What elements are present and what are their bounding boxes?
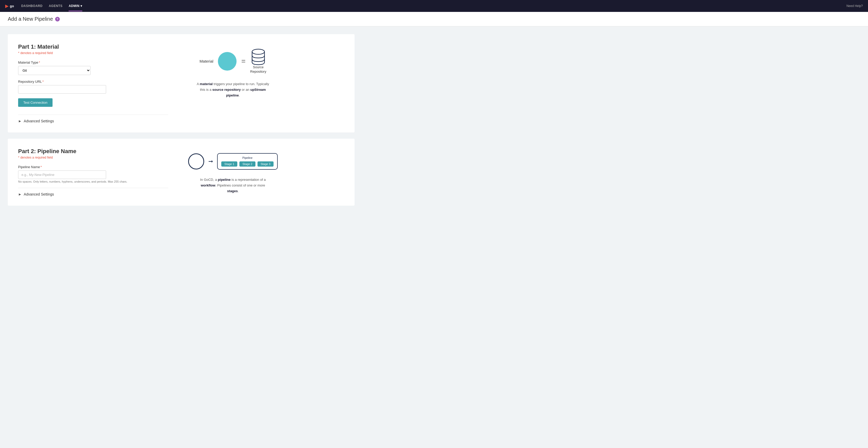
main-content: Part 1: Material denotes a required fiel… (0, 26, 362, 220)
pipeline-box-title: Pipeline (221, 156, 274, 159)
pipeline-trigger-circle (188, 153, 204, 169)
navbar: ▶ go DASHBOARD AGENTS ADMIN ▾ Need Help? (0, 0, 868, 12)
part2-diagram: ➞ Pipeline Stage 1 Stage 2 Stage 3 In Go… (184, 148, 282, 194)
stage-1-badge: Stage 1 (221, 161, 237, 167)
stage-3-badge: Stage 3 (257, 161, 274, 167)
part1-advanced-settings-toggle[interactable]: ► Advanced Settings (18, 119, 168, 123)
need-help-link[interactable]: Need Help? (846, 4, 863, 8)
repo-url-input[interactable] (18, 85, 106, 94)
required-star-material-type: * (39, 61, 40, 64)
part1-card: Part 1: Material denotes a required fiel… (8, 34, 354, 132)
pipeline-name-input[interactable] (18, 170, 106, 179)
required-star-pipeline-name: * (41, 165, 42, 169)
source-repo-label: SourceRepository (250, 65, 266, 74)
nav-agents[interactable]: AGENTS (49, 1, 62, 11)
part2-advanced-settings-toggle[interactable]: ► Advanced Settings (18, 192, 168, 196)
page-title: Add a New Pipeline (8, 16, 53, 22)
pipeline-stages: Stage 1 Stage 2 Stage 3 (221, 161, 274, 167)
part1-form: Part 1: Material denotes a required fiel… (18, 43, 168, 123)
part1-divider (18, 115, 168, 115)
part2-card: Part 2: Pipeline Name denotes a required… (8, 139, 354, 205)
pipeline-box: Pipeline Stage 1 Stage 2 Stage 3 (217, 153, 278, 170)
part2-title: Part 2: Pipeline Name (18, 148, 168, 155)
part1-required-note: denotes a required field (18, 51, 168, 55)
pipeline-name-hint: No spaces. Only letters, numbers, hyphen… (18, 180, 168, 183)
source-repo-diagram: SourceRepository (250, 49, 266, 74)
chevron-down-icon: ▾ (81, 4, 82, 8)
part1-title: Part 1: Material (18, 43, 168, 50)
svg-point-0 (252, 49, 265, 54)
part2-diagram-description: In GoCD, a pipeline is a representation … (197, 177, 269, 194)
pipeline-arrow-icon: ➞ (208, 158, 213, 165)
part2-divider (18, 188, 168, 188)
pipeline-name-label: Pipeline Name * (18, 165, 168, 169)
material-circle-icon (218, 52, 237, 71)
chevron-right-icon: ► (18, 119, 22, 123)
brand-logo[interactable]: ▶ go (5, 4, 14, 8)
chevron-right-icon-2: ► (18, 192, 22, 196)
material-type-label: Material Type * (18, 61, 168, 64)
nav-dashboard[interactable]: DASHBOARD (21, 1, 43, 11)
database-icon (251, 49, 266, 65)
material-diagram: Material = SourceRepository (199, 49, 266, 74)
nav-admin[interactable]: ADMIN ▾ (69, 1, 82, 11)
stage-2-badge: Stage 2 (239, 161, 255, 167)
brand-play-icon: ▶ (5, 4, 8, 8)
pipeline-diagram: ➞ Pipeline Stage 1 Stage 2 Stage 3 (188, 153, 278, 170)
nav-links: DASHBOARD AGENTS ADMIN ▾ (21, 1, 839, 11)
part1-diagram: Material = SourceRepository A material t… (184, 43, 282, 98)
page-header: Add a New Pipeline ? (0, 12, 868, 26)
part1-diagram-description: A material triggers your pipeline to run… (197, 81, 269, 98)
repo-url-label: Repository URL * (18, 80, 168, 84)
part2-required-note: denotes a required field (18, 156, 168, 159)
required-star-repo-url: * (42, 80, 44, 84)
part2-form: Part 2: Pipeline Name denotes a required… (18, 148, 168, 196)
brand-name: go (10, 4, 14, 8)
test-connection-button[interactable]: Test Connection (18, 98, 53, 107)
equals-sign: = (241, 57, 245, 65)
material-diagram-label: Material (199, 59, 213, 63)
material-type-select[interactable]: Git Subversion Mercurial Team Foundation… (18, 66, 91, 75)
page-help-icon[interactable]: ? (55, 17, 60, 22)
